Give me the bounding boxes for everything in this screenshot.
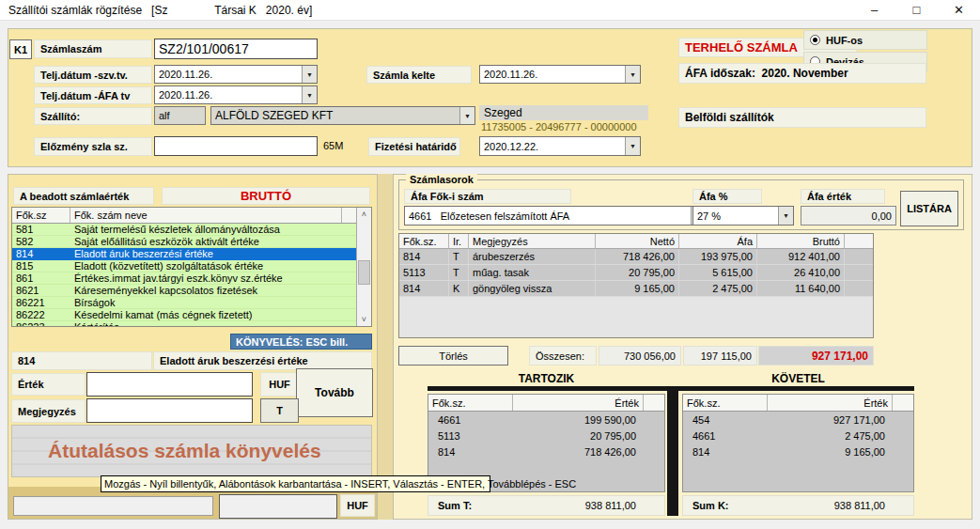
lines-table-body: 814Tárubeszerzés718 426,00193 975,00912 … xyxy=(399,249,873,297)
invoice-date-combo[interactable]: 2020.11.26. ▼ xyxy=(479,65,641,84)
column-header-fok: Fők.sz. xyxy=(399,234,449,248)
title-bar: Szállítói számlák rögzítése [Sz Társai K… xyxy=(0,0,980,21)
ledger-row[interactable]: 8149 165,00 xyxy=(683,443,913,459)
listara-button[interactable]: LISTÁRA xyxy=(900,191,958,226)
chevron-down-icon[interactable]: ▼ xyxy=(459,107,474,124)
accounts-scrollbar[interactable]: ˄ ˅ xyxy=(356,208,371,326)
fulfillment-date-szv-label: Telj.dátum -szv.tv. xyxy=(34,66,152,84)
accounts-table: Fők.sz Fők. szám neve 581Saját termelésű… xyxy=(11,207,372,327)
transfer-invoice-banner: Átutalásos számla könyvelés xyxy=(11,425,372,477)
selected-account-code: 814 xyxy=(11,351,152,370)
fulfillment-date-szv-combo[interactable]: 2020.11.26. ▼ xyxy=(154,65,318,84)
column-header-afa: Áfa xyxy=(679,234,757,248)
note-input[interactable] xyxy=(86,398,253,423)
ledger-row[interactable]: 511320 795,00 xyxy=(428,428,664,443)
account-row[interactable]: 8621Káreseményekkel kapcsolatos fizetése… xyxy=(12,285,371,297)
fulfillment-date-afa-label: Telj.dátum -ÁFA tv xyxy=(34,86,152,104)
bottom-huf-label: HUF xyxy=(340,494,375,517)
accounts-table-body: 581Saját termelésű készletek állományvál… xyxy=(12,224,371,327)
column-header-empty xyxy=(845,234,873,248)
scroll-thumb[interactable] xyxy=(358,260,370,285)
debit-table-body: 4661199 590,00511320 795,00814718 426,00 xyxy=(428,412,664,459)
vat-period-label: ÁFA időszak: 2020. November xyxy=(678,63,926,84)
supplier-name-combo[interactable]: ALFÖLD SZEGED KFT ▼ xyxy=(210,106,475,125)
chevron-down-icon[interactable]: ▼ xyxy=(625,66,640,83)
radio-selected-icon xyxy=(810,35,820,45)
supplier-bank-account: 11735005 - 20496777 - 00000000 xyxy=(481,120,697,133)
vat-account-label: Áfa Fők-i szám xyxy=(404,189,571,204)
chevron-down-icon[interactable]: ▼ xyxy=(778,207,793,225)
invoice-line-row[interactable]: 814Tárubeszerzés718 426,00193 975,00912 … xyxy=(399,249,873,265)
accounts-table-header: Fők.sz Fők. szám neve xyxy=(12,208,371,224)
account-row[interactable]: 86223Kártérítés xyxy=(12,321,371,327)
chevron-down-icon[interactable]: ▼ xyxy=(302,86,317,103)
sum-k-row: Sum K: 938 811,00 xyxy=(682,495,914,516)
sum-t-row: Sum T: 938 811,00 xyxy=(428,495,665,516)
account-row[interactable]: 815Eladott (közvetített) szolgáltatások … xyxy=(12,260,371,272)
chevron-down-icon[interactable]: ▼ xyxy=(625,137,640,155)
supplier-city: Szeged xyxy=(479,105,648,120)
credit-table: Fők.sz. Érték 454927 171,0046612 475,008… xyxy=(682,394,914,492)
fulfillment-date-afa-combo[interactable]: 2020.11.26. ▼ xyxy=(154,86,318,104)
invoice-number-input[interactable]: SZ2/101/00617 xyxy=(154,39,318,59)
vat-account-combo[interactable]: 4661 Előzetesen felszámított ÁFA ▼ xyxy=(404,206,707,226)
bottom-input-2[interactable] xyxy=(219,494,337,519)
minimize-icon[interactable]: – xyxy=(853,0,895,20)
app-window: Szállítói számlák rögzítése [Sz Társai K… xyxy=(0,0,980,529)
column-header-megjegyzes: Megjegyzés xyxy=(469,234,596,248)
payment-due-combo[interactable]: 2020.12.22. ▼ xyxy=(479,136,641,156)
invoice-number-label: Számlaszám xyxy=(34,39,152,58)
scroll-down-icon[interactable]: ˅ xyxy=(357,313,371,326)
total-brutto: 927 171,00 xyxy=(758,346,874,366)
radio-huf[interactable]: HUF-os xyxy=(803,30,927,50)
column-header-name: Fők. szám neve xyxy=(70,208,342,223)
entered-invoice-value-label: A beadott számlaérték xyxy=(13,187,154,205)
account-row[interactable]: 814Eladott áruk beszerzési értéke xyxy=(12,248,371,260)
column-header-ir: Ir. xyxy=(449,234,469,248)
column-header-empty xyxy=(644,395,664,411)
account-row[interactable]: 86222Késedelmi kamat (más cégnek fizetet… xyxy=(12,309,371,321)
brutto-label: BRUTTÓ xyxy=(162,187,370,205)
invoice-line-row[interactable]: 5113Tműag. tasak20 795,005 615,0026 410,… xyxy=(399,265,873,281)
account-row[interactable]: 582Saját előállitású eszközök aktivált é… xyxy=(12,236,371,248)
domestic-suppliers-label: Belföldi szállítók xyxy=(678,107,926,128)
kovetel-title: KÖVETEL xyxy=(682,371,914,385)
debit-table-header: Fők.sz. Érték xyxy=(428,395,664,412)
credit-table-header: Fők.sz. Érték xyxy=(683,395,913,412)
account-row[interactable]: 86221Bírságok xyxy=(12,297,371,309)
t-button[interactable]: T xyxy=(260,398,299,423)
torles-button[interactable]: Törlés xyxy=(398,346,508,366)
close-icon[interactable]: ✕ xyxy=(938,0,980,20)
osszesen-label: Összesen: xyxy=(529,346,597,366)
column-header-code: Fők.sz. xyxy=(428,395,513,411)
account-row[interactable]: 861Értékes.immat jav.tárgyi eszk.könyv s… xyxy=(12,272,371,285)
supplier-code-input[interactable]: alf xyxy=(154,106,206,125)
account-row[interactable]: 581Saját termelésű készletek állományvál… xyxy=(12,224,371,236)
maximize-icon[interactable]: □ xyxy=(895,0,938,20)
invoice-date-label: Számla kelte xyxy=(366,66,472,84)
column-header-value: Érték xyxy=(513,395,644,411)
vat-percent-label: Áfa % xyxy=(692,189,762,204)
bottom-input-1[interactable] xyxy=(13,496,213,516)
chevron-down-icon[interactable]: ▼ xyxy=(302,66,317,83)
window-title: Szállítói számlák rögzítése [Sz Társai K… xyxy=(0,4,312,17)
ledger-row[interactable]: 4661199 590,00 xyxy=(428,412,664,428)
invoice-line-row[interactable]: 814Kgöngyöleg vissza9 165,002 475,0011 6… xyxy=(399,281,873,297)
ledger-row[interactable]: 814718 426,00 xyxy=(428,443,664,459)
vat-value-input[interactable]: 0,00 xyxy=(801,206,896,226)
k1-button[interactable]: K1 xyxy=(9,39,32,59)
scroll-up-icon[interactable]: ˄ xyxy=(357,208,371,221)
sum-k-label: Sum K: xyxy=(683,500,729,511)
selected-account-name: Eladott áruk beszerzési értéke xyxy=(153,351,372,370)
ledger-row[interactable]: 454927 171,00 xyxy=(683,412,913,428)
ledger-row[interactable]: 46612 475,00 xyxy=(683,428,913,443)
value-input[interactable] xyxy=(86,372,253,397)
column-header-code: Fők.sz. xyxy=(683,395,768,411)
vat-percent-combo[interactable]: 27 % ▼ xyxy=(692,206,794,226)
sum-t-value: 938 811,00 xyxy=(585,500,664,511)
previous-invoice-input[interactable] xyxy=(154,136,318,156)
total-netto: 730 056,00 xyxy=(599,346,681,366)
tovabb-button[interactable]: Tovább xyxy=(296,368,373,417)
suffix-65m: 65M xyxy=(323,138,355,153)
sum-k-value: 938 811,00 xyxy=(834,500,913,511)
